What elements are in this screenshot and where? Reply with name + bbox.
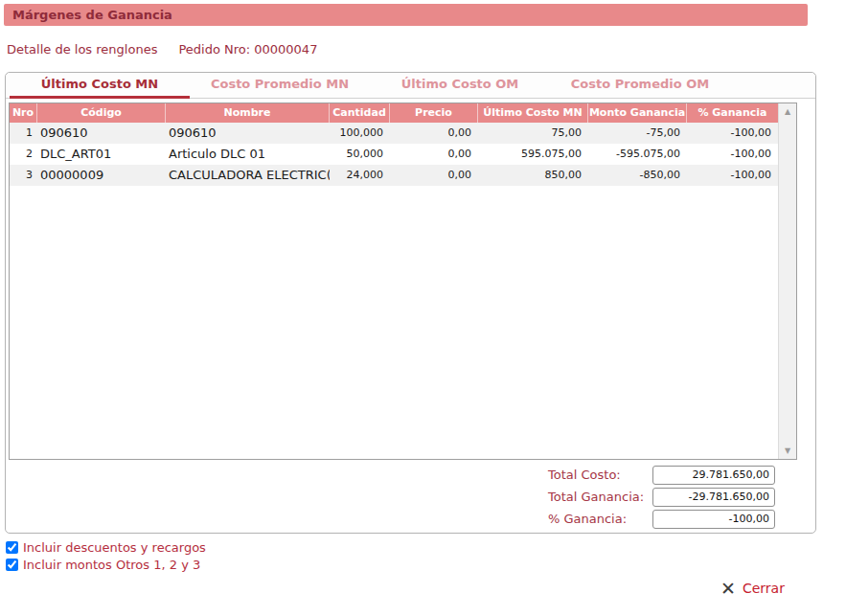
cell-cantidad: 24,000 [330,165,390,186]
subheader: Detalle de los renglones Pedido Nro: 000… [7,42,317,57]
col-header-pct-ganancia: % Ganancia [687,103,778,123]
col-header-nombre: Nombre [166,103,330,123]
col-header-cantidad: Cantidad [330,103,390,123]
cell-pct-ganancia: -100,00 [687,165,778,186]
cell-nro: 3 [10,165,37,186]
close-button-label: Cerrar [743,581,785,596]
close-icon: ✕ [720,578,736,599]
cell-nro: 1 [10,123,37,144]
cell-pct-ganancia: -100,00 [687,144,778,165]
descuentos-checkbox[interactable] [6,541,18,554]
table-row[interactable]: 2 DLC_ART01 Articulo DLC 01 50,000 0,00 … [10,144,796,165]
options-section: Incluir descuentos y recargos Incluir mo… [6,539,206,574]
table-row[interactable]: 1 090610 090610 100,000 0,00 75,00 -75,0… [10,123,796,144]
total-ganancia-label: Total Ganancia: [548,490,644,504]
col-header-nro: Nro [10,103,37,123]
cell-nombre: CALCULADORA ELECTRIC( [166,165,330,186]
scroll-down-icon[interactable]: ▼ [779,443,796,459]
cell-ultimo-costo-mn: 850,00 [478,165,588,186]
scroll-up-icon[interactable]: ▲ [779,103,796,120]
total-costo-label: Total Costo: [548,468,621,482]
total-costo-field: 29.781.650,00 [652,466,775,485]
cell-codigo: 090610 [37,123,166,144]
montos-otros-label: Incluir montos Otros 1, 2 y 3 [23,558,200,572]
cell-codigo: 00000009 [37,165,166,186]
total-ganancia-row: Total Ganancia: -29.781.650,00 [6,488,815,507]
option-montos-otros: Incluir montos Otros 1, 2 y 3 [6,557,206,573]
margenes-de-ganancia-window: Márgenes de Ganancia Detalle de los reng… [0,0,846,616]
cell-nombre: 090610 [166,123,330,144]
tab-ultimo-costo-mn[interactable]: Último Costo MN [10,73,190,99]
col-header-ultimo-costo-mn: Último Costo MN [478,103,588,123]
cell-ultimo-costo-mn: 595.075,00 [478,144,588,165]
tab-costo-promedio-mn[interactable]: Costo Promedio MN [190,73,370,99]
cell-pct-ganancia: -100,00 [687,123,778,144]
table-header-row: Nro Código Nombre Cantidad Precio Último… [10,103,796,123]
cell-precio: 0,00 [390,123,478,144]
pct-ganancia-row: % Ganancia: -100,00 [6,510,815,529]
tab-ultimo-costo-om[interactable]: Último Costo OM [370,73,550,99]
cell-monto-ganancia: -75,00 [588,123,687,144]
col-header-precio: Precio [390,103,478,123]
table-row[interactable]: 3 00000009 CALCULADORA ELECTRIC( 24,000 … [10,165,796,186]
cell-precio: 0,00 [390,144,478,165]
cell-cantidad: 100,000 [330,123,390,144]
pct-ganancia-field: -100,00 [652,510,775,529]
detail-panel: Último Costo MN Costo Promedio MN Último… [5,72,816,534]
total-costo-row: Total Costo: 29.781.650,00 [6,466,815,485]
line-items-table: Nro Código Nombre Cantidad Precio Último… [9,103,797,460]
col-header-codigo: Código [37,103,166,123]
cell-ultimo-costo-mn: 75,00 [478,123,588,144]
pct-ganancia-label: % Ganancia: [548,512,627,526]
total-ganancia-field: -29.781.650,00 [652,488,775,507]
tab-costo-promedio-om[interactable]: Costo Promedio OM [550,73,730,99]
cost-tabs: Último Costo MN Costo Promedio MN Último… [6,73,815,99]
cell-monto-ganancia: -595.075,00 [588,144,687,165]
detail-label: Detalle de los renglones [7,42,157,57]
col-header-monto-ganancia: Monto Ganancia [588,103,687,123]
cell-nro: 2 [10,144,37,165]
cell-monto-ganancia: -850,00 [588,165,687,186]
cell-codigo: DLC_ART01 [37,144,166,165]
vertical-scrollbar[interactable]: ▲ ▼ [778,103,796,459]
order-number-label: Pedido Nro: 00000047 [178,42,317,57]
descuentos-label: Incluir descuentos y recargos [23,540,206,555]
cell-cantidad: 50,000 [330,144,390,165]
close-button[interactable]: ✕ Cerrar [720,578,785,599]
window-title: Márgenes de Ganancia [4,4,808,26]
cell-nombre: Articulo DLC 01 [166,144,330,165]
option-descuentos: Incluir descuentos y recargos [6,539,206,556]
cell-precio: 0,00 [390,165,478,186]
montos-otros-checkbox[interactable] [6,559,18,571]
